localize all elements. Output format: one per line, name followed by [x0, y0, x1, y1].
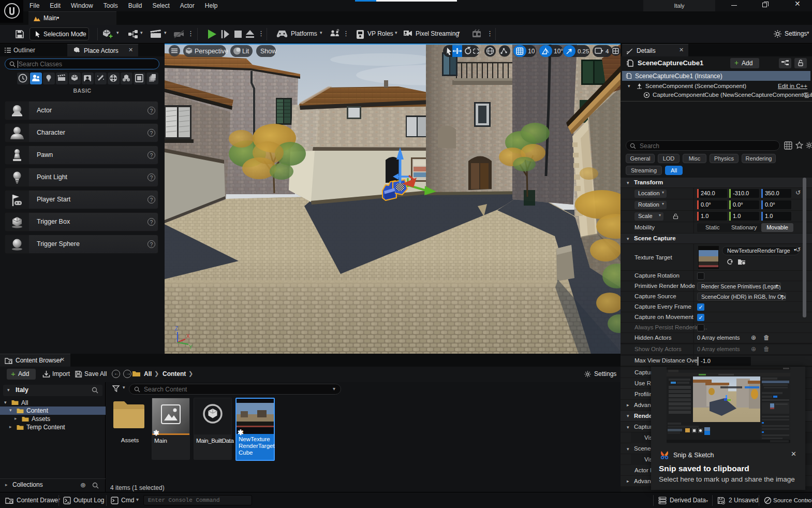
svg-text:10°: 10°	[554, 48, 563, 55]
svg-text:10: 10	[528, 48, 535, 55]
svg-text:4: 4	[606, 48, 609, 54]
svg-text:Y: Y	[189, 344, 193, 350]
svg-text:Perspective: Perspective	[195, 48, 228, 55]
svg-text:Lit: Lit	[242, 48, 249, 55]
svg-text:Z: Z	[175, 326, 178, 331]
svg-text:Show: Show	[260, 48, 277, 55]
svg-text:X: X	[186, 333, 190, 339]
svg-text:0.25: 0.25	[578, 48, 589, 54]
